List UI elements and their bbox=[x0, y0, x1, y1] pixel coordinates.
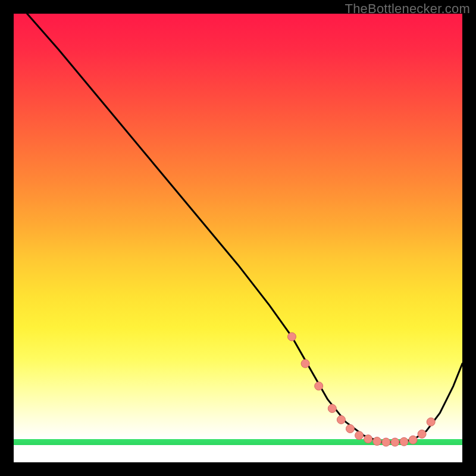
chart-canvas: TheBottlenecker.com bbox=[0, 0, 476, 476]
watermark-text: TheBottlenecker.com bbox=[345, 1, 470, 17]
plot-area bbox=[14, 14, 462, 462]
data-dot bbox=[427, 418, 435, 426]
data-dot bbox=[328, 405, 336, 413]
data-dot bbox=[382, 438, 390, 446]
data-dot bbox=[346, 425, 355, 433]
data-dot bbox=[364, 435, 372, 443]
data-dot bbox=[337, 415, 345, 424]
data-dot bbox=[418, 430, 426, 439]
data-dot bbox=[409, 436, 417, 444]
data-dot bbox=[288, 333, 296, 341]
data-dot bbox=[391, 438, 399, 446]
data-dot bbox=[373, 437, 381, 446]
data-dot bbox=[355, 431, 364, 440]
data-dot bbox=[301, 359, 309, 368]
bottleneck-curve bbox=[27, 14, 462, 442]
data-dot bbox=[400, 437, 408, 446]
data-dot bbox=[315, 382, 323, 390]
curve-layer bbox=[14, 14, 462, 462]
